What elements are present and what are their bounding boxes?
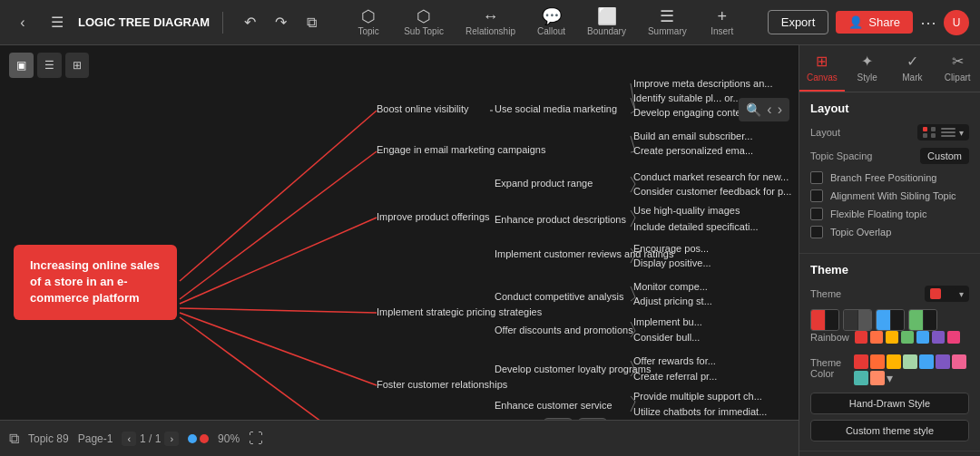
checkbox-flexible-box[interactable]	[810, 208, 823, 220]
branch-boost[interactable]: Boost online visibility	[377, 103, 469, 114]
page-next[interactable]: ›	[164, 432, 179, 446]
tool-relationship[interactable]: ↔ Relationship	[456, 5, 524, 40]
sub-loyalty[interactable]: Develop customer loyalty programs	[495, 364, 651, 374]
leaf-13[interactable]: Implement bu...	[633, 316, 702, 327]
swatch-1[interactable]	[870, 354, 885, 369]
rainbow-purple[interactable]	[932, 331, 945, 344]
root-node[interactable]: Increasing online sales of a store in an…	[14, 245, 177, 320]
leaf-5[interactable]: Conduct market research for new...	[633, 171, 789, 182]
theme-option-2[interactable]	[876, 309, 905, 331]
rainbow-orange[interactable]	[870, 331, 883, 344]
export-button[interactable]: Export	[768, 10, 829, 34]
layout-section: Layout Layout ▾ Topic Spac	[799, 92, 980, 254]
nav-prev[interactable]: ‹	[767, 102, 771, 118]
leaf-1[interactable]: Identify suitable pl... or...	[633, 92, 741, 103]
checkbox-branch-free[interactable]: Branch Free Positioning	[810, 171, 969, 184]
leaf-15[interactable]: Offer rewards for...	[633, 355, 716, 366]
sub-expand[interactable]: Expand product range	[495, 178, 593, 189]
swatch-6[interactable]	[952, 354, 966, 369]
sub-service[interactable]: Enhance customer service	[495, 400, 612, 411]
theme-colors-bar	[188, 434, 209, 443]
sub-competitive[interactable]: Conduct competitive analysis	[495, 291, 623, 302]
branch-customer[interactable]: Foster customer relationships	[377, 379, 507, 390]
rainbow-green[interactable]	[901, 331, 914, 344]
swatch-8[interactable]	[870, 371, 885, 385]
tab-mark[interactable]: ✓ Mark	[890, 45, 936, 92]
avatar[interactable]: U	[944, 10, 969, 35]
rainbow-pink[interactable]	[947, 331, 960, 344]
spacing-custom-badge[interactable]: Custom	[920, 148, 969, 164]
rainbow-blue[interactable]	[916, 331, 929, 344]
leaf-10[interactable]: Display positive...	[633, 257, 711, 268]
redo-button[interactable]: ↷	[267, 9, 294, 36]
tool-summary[interactable]: ☰ Summary	[639, 5, 696, 40]
leaf-16[interactable]: Create referral pr...	[633, 371, 717, 382]
tab-canvas[interactable]: ⊞ Canvas	[799, 45, 845, 92]
tab-style[interactable]: ✦ Style	[845, 45, 890, 92]
view-list-btn[interactable]: ☰	[37, 53, 62, 78]
branch-email[interactable]: Engage in email marketing campaigns	[377, 144, 546, 155]
menu-button[interactable]: ☰	[44, 9, 71, 36]
layout-selector[interactable]: ▾	[917, 124, 969, 141]
apps-icon[interactable]: ⋯	[920, 13, 936, 33]
pages-icon[interactable]: ⧉	[9, 431, 19, 447]
undo-button[interactable]: ↶	[236, 9, 263, 36]
checkbox-overlap[interactable]: Topic Overlap	[810, 226, 969, 238]
branch-pricing[interactable]: Implement strategic pricing strategies	[377, 306, 542, 317]
theme-option-3[interactable]	[908, 309, 937, 331]
page-prev[interactable]: ‹	[122, 432, 136, 446]
swatch-0[interactable]	[854, 354, 868, 369]
nav-next[interactable]: ›	[778, 102, 782, 118]
color-dot-red	[200, 434, 209, 443]
leaf-3[interactable]: Build an email subscriber...	[633, 131, 752, 141]
canvas-search[interactable]: 🔍 ‹ ›	[739, 98, 789, 121]
canvas-area[interactable]: ▣ ☰ ⊞ 🔍 ‹ ›	[0, 45, 799, 456]
leaf-9[interactable]: Encourage pos...	[633, 243, 709, 254]
tab-clipart[interactable]: ✂ Clipart	[935, 45, 980, 92]
sub-social[interactable]: Use social media marketing	[495, 103, 617, 114]
tool-boundary[interactable]: ⬜ Boundary	[578, 5, 635, 40]
tool-subtopic[interactable]: ⬡ Sub Topic	[395, 5, 453, 40]
swatch-5[interactable]	[936, 354, 950, 369]
tool-callout[interactable]: 💬 Callout	[528, 5, 574, 40]
theme-selector[interactable]: ▾	[925, 286, 969, 302]
swatch-3[interactable]	[903, 354, 917, 369]
checkbox-flexible[interactable]: Flexible Floating topic	[810, 208, 969, 220]
leaf-18[interactable]: Utilize chatbots for immediat...	[633, 406, 767, 417]
leaf-14[interactable]: Consider bull...	[633, 332, 700, 343]
custom-theme-button[interactable]: Custom theme style	[810, 420, 969, 441]
leaf-0[interactable]: Improve meta descriptions an...	[633, 78, 772, 89]
leaf-11[interactable]: Monitor compe...	[633, 281, 708, 292]
checkbox-overlap-box[interactable]	[810, 226, 823, 238]
checkbox-branch-free-box[interactable]	[810, 171, 823, 184]
share-button[interactable]: 👤 Share	[836, 11, 913, 34]
fullscreen-button[interactable]: ⛶	[249, 431, 263, 447]
leaf-17[interactable]: Provide multiple support ch...	[633, 391, 762, 402]
swatch-2[interactable]	[887, 354, 901, 369]
more-colors-icon[interactable]: ▾	[887, 371, 893, 385]
hand-drawn-button[interactable]: Hand-Drawn Style	[810, 393, 969, 414]
checkbox-alignment-box[interactable]	[810, 189, 823, 202]
swatch-7[interactable]	[854, 371, 868, 385]
tool-topic[interactable]: ⬡ Topic	[346, 5, 391, 40]
template-button[interactable]: ⧉	[298, 9, 325, 36]
theme-option-0[interactable]	[810, 309, 839, 331]
swatch-4[interactable]	[919, 354, 934, 369]
back-button[interactable]: ‹	[9, 9, 36, 36]
sub-enhance[interactable]: Enhance product descriptions	[495, 214, 626, 225]
view-card-btn[interactable]: ▣	[9, 53, 34, 78]
rainbow-swatches[interactable]	[855, 331, 960, 344]
rainbow-yellow[interactable]	[886, 331, 898, 344]
leaf-4[interactable]: Create personalized ema...	[633, 145, 753, 156]
checkbox-alignment[interactable]: Alignment With Sibling Topic	[810, 189, 969, 202]
sub-discounts[interactable]: Offer discounts and promotions	[495, 325, 633, 335]
tool-insert[interactable]: + Insert	[700, 5, 745, 40]
leaf-6[interactable]: Consider customer feedback for p...	[633, 186, 791, 197]
leaf-12[interactable]: Adjust pricing st...	[633, 296, 712, 306]
leaf-8[interactable]: Include detailed specificati...	[633, 221, 759, 232]
rainbow-red[interactable]	[855, 331, 867, 344]
view-grid-btn[interactable]: ⊞	[65, 53, 89, 78]
theme-option-1[interactable]	[843, 309, 872, 331]
leaf-7[interactable]: Use high-quality images	[633, 205, 740, 216]
branch-product[interactable]: Improve product offerings	[377, 211, 490, 222]
